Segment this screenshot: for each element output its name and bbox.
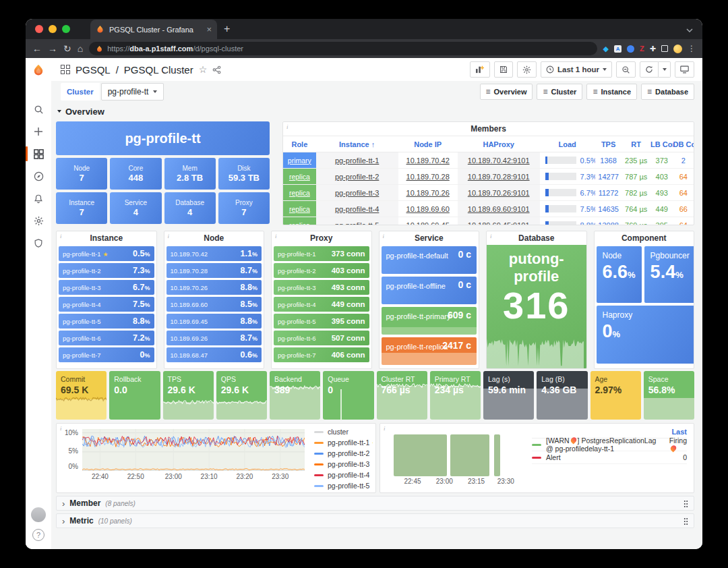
- instance-link[interactable]: pg-profile-tt-1: [335, 157, 379, 165]
- time-range-picker[interactable]: Last 1 hour: [541, 61, 612, 78]
- database-panel-title[interactable]: Database: [487, 231, 586, 245]
- members-column-header[interactable]: Load: [540, 136, 595, 152]
- instance-row[interactable]: pg-profile-tt-6 7.2%: [59, 331, 154, 345]
- haproxy-link[interactable]: 10.189.70.26:9101: [468, 189, 530, 197]
- proxy-row[interactable]: pg-profile-tt-7 406 conn: [274, 347, 369, 362]
- collapsed-dashboard-row[interactable]: › Metric (10 panels): [56, 513, 694, 528]
- node-row[interactable]: 10.189.70.42 1.1%: [166, 246, 262, 261]
- node-ip-link[interactable]: 10.189.70.28: [406, 173, 450, 181]
- node-row[interactable]: 10.189.69.60 8.5%: [166, 297, 262, 312]
- dashboard-link-button[interactable]: ≡ Database: [641, 84, 694, 100]
- grafana-logo-icon[interactable]: [32, 63, 45, 77]
- translate-extension-icon[interactable]: A: [614, 45, 621, 53]
- sidebar-alerting-bell-icon[interactable]: [31, 193, 46, 204]
- instance-panel-title[interactable]: Instance: [57, 231, 156, 245]
- node-ip-link[interactable]: 10.189.70.26: [406, 189, 450, 197]
- dashboard-grid-icon[interactable]: [61, 65, 70, 74]
- proxy-row[interactable]: pg-profile-tt-3 493 conn: [274, 280, 369, 295]
- back-button[interactable]: ←: [32, 44, 42, 53]
- tab-search-chevron-icon[interactable]: [686, 23, 693, 35]
- collapsed-dashboard-row[interactable]: › Member (8 panels): [56, 496, 694, 511]
- row-drag-handle-icon[interactable]: [684, 517, 688, 525]
- zotero-extension-icon[interactable]: Z: [640, 45, 644, 53]
- cluster-variable-dropdown[interactable]: pg-profile-tt: [101, 83, 164, 101]
- forward-button[interactable]: →: [48, 44, 57, 53]
- sidebar-explore-compass-icon[interactable]: [31, 171, 46, 181]
- window-extension-icon[interactable]: [661, 45, 668, 52]
- tab-close-icon[interactable]: ×: [206, 25, 212, 34]
- instance-row[interactable]: pg-profile-tt-2 7.3%: [59, 263, 154, 278]
- load-plot[interactable]: [82, 429, 305, 471]
- dashboard-link-button[interactable]: ≡ Overview: [480, 84, 533, 100]
- instance-link[interactable]: pg-profile-tt-3: [335, 189, 379, 197]
- service-panel-title[interactable]: Service: [380, 231, 479, 245]
- info-icon[interactable]: i: [275, 233, 277, 239]
- node-row[interactable]: 10.189.70.26 8.8%: [166, 280, 262, 295]
- legend-entry[interactable]: pg-profile-tt-3: [314, 459, 373, 470]
- stat-tile[interactable]: QPS 29.6 K: [216, 371, 267, 420]
- refresh-button[interactable]: [640, 61, 659, 78]
- node-row[interactable]: 10.189.69.26 8.7%: [166, 331, 262, 345]
- legend-entry[interactable]: pg-profile-tt-4: [314, 470, 373, 480]
- members-column-header[interactable]: Instance ↑: [316, 136, 398, 152]
- alert-legend-row[interactable]: [WARN] PostgresReplicationLag @ pg-profi…: [532, 438, 687, 451]
- info-icon[interactable]: i: [60, 425, 62, 432]
- reload-button[interactable]: ↻: [63, 44, 71, 53]
- browser-profile-avatar[interactable]: [673, 45, 682, 53]
- members-column-header[interactable]: Role: [283, 136, 316, 152]
- service-block[interactable]: pg-profile-tt-default 0 c: [382, 246, 477, 274]
- instance-row[interactable]: pg-profile-tt-7 0%: [59, 347, 154, 362]
- instance-row[interactable]: pg-profile-tt-3 6.7%: [59, 280, 154, 295]
- node-ip-link[interactable]: 10.189.70.42: [406, 157, 450, 165]
- stat-tile[interactable]: Queue 0: [323, 371, 373, 420]
- stat-tile[interactable]: Lag (B) 4.36 GB: [537, 371, 587, 420]
- cluster-banner-panel[interactable]: pg-profile-tt: [56, 121, 270, 155]
- sidebar-admin-shield-icon[interactable]: [31, 237, 46, 248]
- overview-stat-tile[interactable]: Service 4: [110, 192, 161, 224]
- stat-tile[interactable]: Lag (s) 59.6 min: [483, 371, 534, 420]
- sidebar-dashboards-icon[interactable]: [31, 148, 46, 159]
- component-tile[interactable]: Pgbouncer 5.4%: [644, 246, 694, 303]
- add-panel-button[interactable]: [470, 61, 490, 78]
- haproxy-link[interactable]: 10.189.70.42:9101: [468, 157, 530, 165]
- service-block[interactable]: pg-profile-tt-replica 2417 c: [382, 337, 477, 365]
- overview-stat-tile[interactable]: Core 448: [110, 158, 161, 190]
- info-icon[interactable]: i: [286, 123, 289, 130]
- minimize-window-button[interactable]: [49, 25, 57, 33]
- database-panel-body[interactable]: putong-profile 316: [487, 245, 586, 368]
- role-badge[interactable]: replica: [283, 217, 316, 225]
- proxy-row[interactable]: pg-profile-tt-6 507 conn: [274, 331, 369, 345]
- role-badge[interactable]: replica: [283, 169, 316, 184]
- legend-entry[interactable]: pg-profile-tt-5: [314, 480, 373, 491]
- node-row[interactable]: 10.189.68.47 0.6%: [166, 347, 262, 362]
- members-column-header[interactable]: HAProxy: [458, 136, 540, 152]
- address-bar[interactable]: https://dba-a.p1staff.com/d/pgsql-cluste…: [89, 42, 597, 55]
- info-icon[interactable]: i: [490, 233, 492, 239]
- overview-stat-tile[interactable]: Proxy 7: [218, 192, 270, 224]
- breadcrumb-app[interactable]: PGSQL: [75, 64, 111, 76]
- component-tile[interactable]: Haproxy 0%: [597, 306, 695, 364]
- home-button[interactable]: ⌂: [78, 44, 83, 53]
- members-column-header[interactable]: RT: [621, 136, 650, 152]
- overview-stat-tile[interactable]: Disk 59.3 TB: [218, 158, 270, 190]
- instance-row[interactable]: pg-profile-tt-4 7.5%: [59, 297, 154, 312]
- legend-entry[interactable]: pg-profile-tt-2: [314, 448, 373, 459]
- proxy-row[interactable]: pg-profile-tt-1 373 conn: [274, 246, 369, 261]
- proxy-row[interactable]: pg-profile-tt-5 395 conn: [274, 314, 369, 329]
- component-panel-title[interactable]: Component: [595, 231, 694, 245]
- row-drag-handle-icon[interactable]: [684, 500, 688, 507]
- dashboard-settings-gear-icon[interactable]: [517, 61, 537, 78]
- stat-tile[interactable]: Age 2.97%: [590, 371, 641, 420]
- star-dashboard-icon[interactable]: ☆: [199, 64, 208, 75]
- globe-extension-icon[interactable]: [627, 45, 634, 53]
- members-column-header[interactable]: TPS: [595, 136, 622, 152]
- breadcrumb-page-title[interactable]: PGSQL Cluster: [124, 64, 193, 76]
- members-column-header[interactable]: LB Conn: [650, 136, 673, 152]
- node-row[interactable]: 10.189.69.45 8.8%: [166, 314, 262, 329]
- instance-link[interactable]: pg-profile-tt-4: [335, 205, 379, 213]
- node-panel-title[interactable]: Node: [164, 231, 264, 245]
- haproxy-link[interactable]: 10.189.69.60:9101: [468, 205, 530, 213]
- stat-tile[interactable]: Backend 389: [270, 371, 320, 420]
- overview-stat-tile[interactable]: Node 7: [56, 158, 107, 190]
- browser-menu-kebab-icon[interactable]: ⋮: [688, 44, 696, 53]
